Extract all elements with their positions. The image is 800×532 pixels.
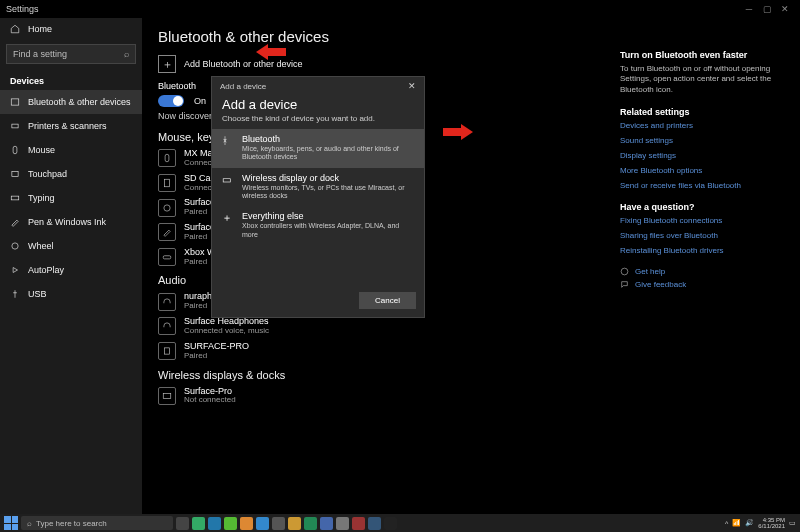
option-desc: Wireless monitors, TVs, or PCs that use … bbox=[242, 184, 414, 201]
sidebar-search[interactable]: Find a setting ⌕ bbox=[6, 44, 136, 64]
sidebar-item-pen[interactable]: Pen & Windows Ink bbox=[0, 210, 142, 234]
search-icon: ⌕ bbox=[124, 49, 129, 59]
link-more-bt-options[interactable]: More Bluetooth options bbox=[620, 166, 790, 175]
mouse-icon bbox=[10, 145, 20, 155]
bluetooth-state: On bbox=[194, 96, 206, 106]
sidebar-item-label: Mouse bbox=[28, 145, 55, 155]
sidebar-item-autoplay[interactable]: AutoPlay bbox=[0, 258, 142, 282]
sidebar-item-label: Pen & Windows Ink bbox=[28, 217, 106, 227]
sidebar-item-typing[interactable]: Typing bbox=[0, 186, 142, 210]
mouse-device-icon bbox=[158, 149, 176, 167]
sidebar-home[interactable]: Home bbox=[0, 18, 142, 40]
taskbar-app-icon[interactable] bbox=[368, 517, 381, 530]
taskbar-app-icon[interactable] bbox=[320, 517, 333, 530]
tray-chevron-icon[interactable]: ^ bbox=[725, 520, 728, 527]
device-list-wireless: Surface-ProNot connected bbox=[158, 387, 604, 406]
right-faster-heading: Turn on Bluetooth even faster bbox=[620, 50, 790, 60]
taskbar-app-icon[interactable] bbox=[336, 517, 349, 530]
taskbar-app-icon[interactable] bbox=[224, 517, 237, 530]
sidebar: Home Find a setting ⌕ Devices Bluetooth … bbox=[0, 18, 142, 514]
bluetooth-icon: ᚼ bbox=[222, 136, 234, 146]
sidebar-item-label: USB bbox=[28, 289, 47, 299]
taskbar-app-icon[interactable] bbox=[304, 517, 317, 530]
taskbar-app-icon[interactable] bbox=[240, 517, 253, 530]
maximize-button[interactable]: ▢ bbox=[758, 4, 776, 14]
dialog-heading: Add a device bbox=[212, 95, 424, 114]
svg-rect-1 bbox=[12, 124, 18, 128]
tray-notification-icon[interactable]: ▭ bbox=[789, 519, 796, 527]
pen-device-icon bbox=[158, 223, 176, 241]
taskbar-app-icon[interactable] bbox=[256, 517, 269, 530]
search-icon: ⌕ bbox=[27, 519, 32, 528]
option-everything-else[interactable]: ＋ Everything else Xbox controllers with … bbox=[212, 206, 424, 245]
sidebar-item-printers[interactable]: Printers & scanners bbox=[0, 114, 142, 138]
give-feedback-link[interactable]: Give feedback bbox=[620, 280, 790, 289]
minimize-button[interactable]: ─ bbox=[740, 4, 758, 14]
taskbar-app-icon[interactable] bbox=[384, 517, 397, 530]
home-icon bbox=[10, 24, 20, 34]
wheel-icon bbox=[10, 241, 20, 251]
start-button[interactable] bbox=[4, 516, 18, 530]
link-send-receive-bt[interactable]: Send or receive files via Bluetooth bbox=[620, 181, 790, 190]
tray-volume-icon[interactable]: 🔊 bbox=[745, 519, 754, 527]
svg-rect-7 bbox=[165, 179, 170, 187]
sidebar-item-mouse[interactable]: Mouse bbox=[0, 138, 142, 162]
taskbar-app-icon[interactable] bbox=[288, 517, 301, 530]
get-help-link[interactable]: Get help bbox=[620, 267, 790, 276]
taskbar-app-icon[interactable] bbox=[192, 517, 205, 530]
link-reinstall-bt[interactable]: Reinstalling Bluetooth drivers bbox=[620, 246, 790, 255]
tray-network-icon[interactable]: 📶 bbox=[732, 519, 741, 527]
cancel-button[interactable]: Cancel bbox=[359, 292, 416, 309]
system-tray[interactable]: ^ 📶 🔊 4:35 PM 6/11/2021 ▭ bbox=[725, 517, 796, 529]
sidebar-item-wheel[interactable]: Wheel bbox=[0, 234, 142, 258]
svg-rect-4 bbox=[11, 196, 19, 200]
right-related-heading: Related settings bbox=[620, 107, 790, 117]
display-icon bbox=[158, 387, 176, 405]
dialog-close-button[interactable]: ✕ bbox=[408, 81, 416, 91]
option-wireless-display[interactable]: ▭ Wireless display or dock Wireless moni… bbox=[212, 168, 424, 207]
option-bluetooth[interactable]: ᚼ Bluetooth Mice, keyboards, pens, or au… bbox=[212, 129, 424, 168]
option-title: Bluetooth bbox=[242, 135, 414, 145]
plus-icon: ＋ bbox=[158, 55, 176, 73]
printer-icon bbox=[10, 121, 20, 131]
sidebar-item-label: Printers & scanners bbox=[28, 121, 107, 131]
headphone-icon bbox=[158, 293, 176, 311]
close-button[interactable]: ✕ bbox=[776, 4, 794, 14]
headphone-icon bbox=[158, 317, 176, 335]
add-device-label: Add Bluetooth or other device bbox=[184, 59, 303, 69]
sidebar-item-usb[interactable]: USB bbox=[0, 282, 142, 306]
option-desc: Xbox controllers with Wireless Adapter, … bbox=[242, 222, 414, 239]
page-title: Bluetooth & other devices bbox=[158, 28, 604, 45]
link-devices-printers[interactable]: Devices and printers bbox=[620, 121, 790, 130]
svg-rect-0 bbox=[11, 99, 19, 105]
task-view-icon[interactable] bbox=[176, 517, 189, 530]
bluetooth-toggle[interactable] bbox=[158, 95, 184, 107]
link-fixing-bt[interactable]: Fixing Bluetooth connections bbox=[620, 216, 790, 225]
tray-clock[interactable]: 4:35 PM 6/11/2021 bbox=[758, 517, 785, 529]
device-row[interactable]: SURFACE-PROPaired bbox=[158, 342, 604, 361]
give-feedback-label: Give feedback bbox=[635, 280, 686, 289]
sidebar-item-touchpad[interactable]: Touchpad bbox=[0, 162, 142, 186]
taskbar-search[interactable]: ⌕ Type here to search bbox=[21, 516, 173, 530]
sdcard-icon bbox=[158, 174, 176, 192]
svg-rect-2 bbox=[13, 146, 17, 154]
link-sound-settings[interactable]: Sound settings bbox=[620, 136, 790, 145]
svg-rect-10 bbox=[165, 348, 170, 354]
taskbar-app-icon[interactable] bbox=[272, 517, 285, 530]
plus-icon: ＋ bbox=[222, 213, 234, 223]
add-device-button[interactable]: ＋ Add Bluetooth or other device bbox=[158, 55, 604, 73]
link-sharing-bt[interactable]: Sharing files over Bluetooth bbox=[620, 231, 790, 240]
sidebar-home-label: Home bbox=[28, 24, 52, 34]
help-icon bbox=[620, 267, 629, 276]
device-row[interactable]: Surface-ProNot connected bbox=[158, 387, 604, 406]
sidebar-item-bluetooth[interactable]: Bluetooth & other devices bbox=[0, 90, 142, 114]
sidebar-search-placeholder: Find a setting bbox=[13, 49, 67, 59]
device-row[interactable]: Surface HeadphonesConnected voice, music bbox=[158, 317, 604, 336]
taskbar-app-icon[interactable] bbox=[352, 517, 365, 530]
section-wireless: Wireless displays & docks bbox=[158, 369, 604, 381]
dialog-title: Add a device bbox=[220, 82, 266, 91]
link-display-settings[interactable]: Display settings bbox=[620, 151, 790, 160]
taskbar-app-icon[interactable] bbox=[208, 517, 221, 530]
right-question-heading: Have a question? bbox=[620, 202, 790, 212]
taskbar: ⌕ Type here to search ^ 📶 🔊 4:35 PM 6/11… bbox=[0, 514, 800, 532]
